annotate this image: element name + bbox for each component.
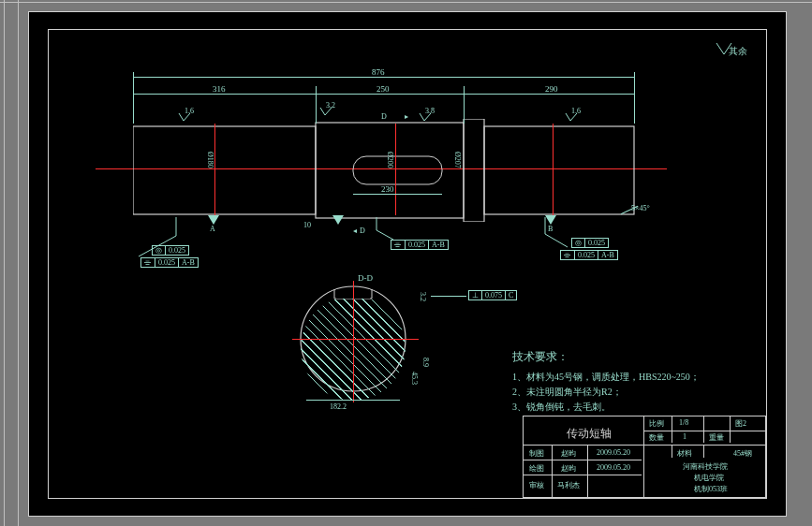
rough-4: 1.6 xyxy=(571,107,581,115)
svg-rect-0 xyxy=(133,126,316,214)
dim-overall: 876 xyxy=(372,67,385,77)
date1: 2009.05.20 xyxy=(597,448,630,457)
tech-line-3: 3、锐角倒钝，去毛刺。 xyxy=(512,400,700,415)
org2: 机电学院 xyxy=(694,473,724,483)
role-check: 审核 xyxy=(529,480,544,490)
datum-b: B xyxy=(548,225,553,233)
role-draw: 制图 xyxy=(529,448,544,459)
section-arrow-d2: D xyxy=(360,226,365,235)
dim-gap: 10 xyxy=(303,221,311,229)
dim-sec-h2: 8.9 xyxy=(421,358,430,367)
dia-right: Ø207 xyxy=(453,152,462,168)
dim-seg2: 250 xyxy=(376,84,390,94)
tech-requirements: 技术要求： 1、材料为45号钢，调质处理，HBS220~250； 2、未注明圆角… xyxy=(512,348,700,415)
tech-line-1: 1、材料为45号钢，调质处理，HBS220~250； xyxy=(512,370,700,385)
tol-box-2: ⌯ 0.025 A-B xyxy=(140,257,199,268)
datum-c: C xyxy=(336,225,342,233)
section-arrow-d1: D xyxy=(381,112,387,121)
dim-sec-h3: 45.3 xyxy=(410,372,419,385)
rough-2: 3.2 xyxy=(326,101,335,110)
tol-box-4: ◎ 0.025 xyxy=(571,238,609,248)
part-name: 传动短轴 xyxy=(567,426,612,442)
default-roughness: 其余 xyxy=(729,45,747,58)
mat-label: 材料 xyxy=(677,448,692,459)
tech-heading: 技术要求： xyxy=(512,348,700,366)
mat-value: 45#钢 xyxy=(733,448,752,459)
role-design: 绘图 xyxy=(529,463,544,474)
tol-box-5: ⌯ 0.025 A-B xyxy=(560,250,618,260)
centerline-h xyxy=(96,168,667,169)
tol-box-1: ◎ 0.025 xyxy=(152,245,189,256)
cad-canvas: 其余 876 316 250 290 D ▸ 1.6 3.2 3.8 1.6 Ø… xyxy=(28,11,787,517)
rough-3: 3.8 xyxy=(425,107,435,115)
weight-label: 重量 xyxy=(709,432,724,443)
drawing-frame: 其余 876 316 250 290 D ▸ 1.6 3.2 3.8 1.6 Ø… xyxy=(48,29,767,499)
rough-1: 1.6 xyxy=(185,107,194,115)
scale-label: 比例 xyxy=(649,418,664,429)
tol-box-6: ⊥ 0.075 C xyxy=(468,290,517,300)
scale-value: 1/8 xyxy=(679,418,688,427)
org3: 机制053班 xyxy=(694,484,728,494)
name3: 马利杰 xyxy=(557,480,580,490)
qty-value: 1 xyxy=(683,432,687,441)
dim-keyway: 230 xyxy=(381,184,394,194)
fig-label: 图2 xyxy=(735,418,746,429)
dia-left: Ø180 xyxy=(206,152,214,168)
dim-seg3: 290 xyxy=(545,84,558,94)
date2: 2009.05.20 xyxy=(597,463,630,472)
org1: 河南科技学院 xyxy=(683,461,728,472)
datum-a: A xyxy=(210,225,215,233)
title-block: 传动短轴 比例 1/8 数量 1 图2 重量 材料 45#钢 制图 赵昀 200… xyxy=(523,416,766,498)
shaft-outline xyxy=(133,119,639,222)
svg-rect-1 xyxy=(316,123,464,218)
name2: 赵昀 xyxy=(561,463,576,474)
dim-sec-h1: 3.2 xyxy=(419,292,427,301)
section-label: D-D xyxy=(358,273,373,283)
qty-label: 数量 xyxy=(649,432,664,443)
dia-mid: Ø200 xyxy=(386,152,394,168)
svg-rect-4 xyxy=(484,126,634,214)
tech-line-2: 2、未注明圆角半径为R2； xyxy=(512,385,700,400)
svg-rect-3 xyxy=(464,119,484,222)
dim-sec-width: 182.2 xyxy=(330,402,347,411)
tol-box-3: ⌯ 0.025 A-B xyxy=(391,240,449,250)
dim-seg1: 316 xyxy=(213,84,226,94)
svg-rect-2 xyxy=(353,156,442,184)
name1: 赵昀 xyxy=(561,448,576,459)
